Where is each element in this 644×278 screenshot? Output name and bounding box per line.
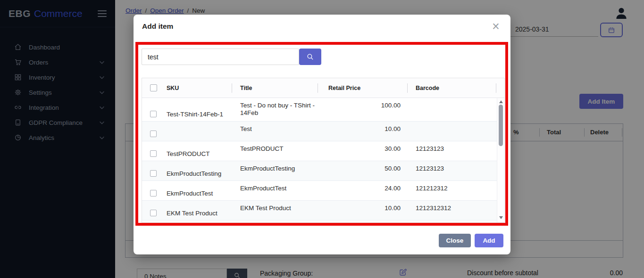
cell-barcode: 12123123 [407, 161, 497, 180]
col-header-sku: SKU [158, 85, 232, 91]
cell-sku: TestPRODUCT [158, 150, 232, 161]
cell-sku: EkmProductTest [158, 190, 232, 200]
header-checkbox-cell [142, 84, 158, 91]
cell-barcode: 12123123 [407, 141, 497, 161]
select-all-checkbox[interactable] [150, 84, 157, 91]
cell-barcode [407, 98, 497, 121]
add-button[interactable]: Add [475, 234, 503, 247]
row-checkbox[interactable] [150, 190, 157, 196]
search-button[interactable] [299, 49, 321, 65]
column-divider [496, 83, 496, 93]
cell-title: Test [232, 122, 318, 141]
col-header-barcode: Barcode [407, 85, 497, 91]
column-divider [407, 83, 408, 93]
cell-barcode: 1212312312 [407, 201, 497, 220]
scrollbar-down-icon[interactable] [499, 216, 503, 219]
cell-price: 100.00 [318, 98, 407, 121]
cell-title: EKM Test Product [232, 201, 318, 220]
scrollbar-thumb[interactable] [499, 105, 503, 146]
row-checkbox[interactable] [150, 150, 157, 157]
row-checkbox[interactable] [150, 131, 157, 137]
cell-title: Test - Do not buy - TShirt - 14Feb [232, 98, 318, 121]
cell-price: 50.00 [318, 161, 407, 180]
cell-title: EkmProductTest [232, 181, 318, 200]
product-table-body: Test-TShirt-14Feb-1 Test - Do not buy - … [142, 98, 504, 223]
search-icon [306, 53, 314, 61]
table-row: Test 10.00 [142, 122, 504, 141]
modal-title: Add item [142, 22, 173, 31]
column-divider [232, 83, 232, 93]
cell-sku: EkmProductTesting [158, 170, 232, 180]
column-divider [318, 83, 318, 93]
cell-price: 10.00 [318, 201, 407, 220]
close-icon[interactable]: × [492, 19, 500, 34]
cell-price: 24.00 [318, 181, 407, 200]
add-item-modal: Add item × SKU Title Retail Price Barcod… [134, 15, 510, 254]
cell-sku: Test-TShirt-14Feb-1 [158, 111, 232, 121]
col-header-retail-price: Retail Price [318, 85, 407, 91]
app-root: EBG Commerce Dashboard Orders Inventory … [0, 0, 644, 278]
cell-title: EkmProductTesting [232, 161, 318, 180]
product-table-header: SKU Title Retail Price Barcode [142, 78, 504, 98]
product-results-table: SKU Title Retail Price Barcode Test-TShi… [142, 78, 505, 223]
cell-title: TestPRODUCT [232, 141, 318, 161]
cell-sku: EKM Test Product [158, 210, 232, 220]
row-checkbox[interactable] [150, 111, 157, 117]
product-search-input[interactable] [142, 49, 299, 65]
cell-price: 30.00 [318, 141, 407, 161]
cell-sku [158, 138, 232, 141]
close-button[interactable]: Close [439, 234, 471, 247]
table-row: EKM Test Product EKM Test Product 10.00 … [142, 201, 504, 221]
cell-barcode [407, 122, 497, 141]
scrollbar[interactable] [497, 98, 504, 223]
table-row: TestPRODUCT TestPRODUCT 30.00 12123123 [142, 141, 504, 161]
col-header-title: Title [232, 85, 318, 91]
table-row: EkmProductTesting EkmProductTesting 50.0… [142, 161, 504, 181]
scrollbar-up-icon[interactable] [499, 100, 503, 103]
cell-barcode: 121212312 [407, 181, 497, 200]
row-checkbox[interactable] [150, 170, 157, 177]
table-row: EkmProductTest EkmProductTest 24.00 1212… [142, 181, 504, 201]
cell-price: 10.00 [318, 122, 407, 141]
table-row: Test-TShirt-14Feb-1 Test - Do not buy - … [142, 98, 504, 122]
row-checkbox[interactable] [150, 210, 157, 216]
